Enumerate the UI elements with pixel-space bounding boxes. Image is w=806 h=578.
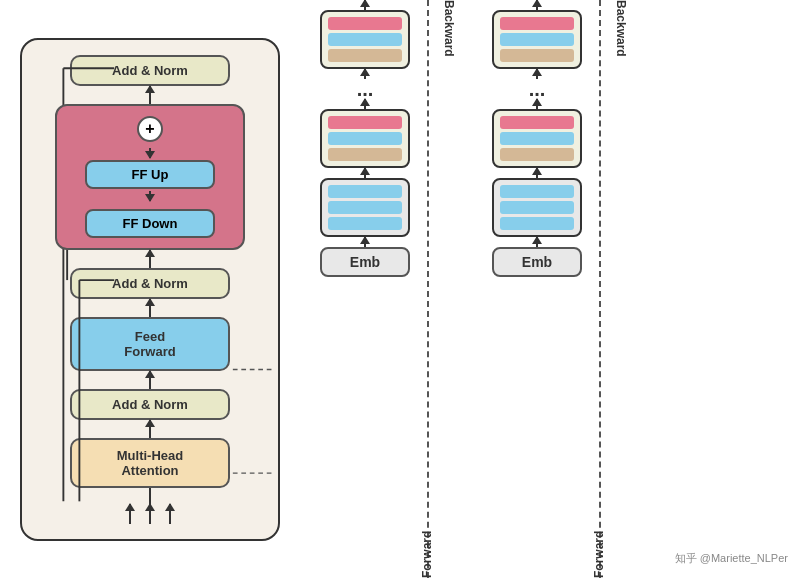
forward-label-1: Forward [420,0,434,578]
add-norm-top: Add & Norm [70,55,230,86]
layer-blue-2 [328,132,402,145]
layers-mid-1 [320,109,410,168]
layer-tan-4 [500,148,574,161]
layers-top-1 [320,10,410,69]
arrow-h5 [364,237,366,247]
arrow-3 [149,299,151,317]
layer-blue-7 [500,132,574,145]
multi-head-box: Multi-Head Attention [70,438,230,488]
backward-label-2: Backward [614,0,628,578]
emb-box-1: Emb [320,247,410,277]
layer-blue-6 [500,33,574,46]
arrow-ff-up [149,148,151,158]
layer-pink-1 [328,17,402,30]
arrow-ff-mid [149,191,151,201]
arrow-2 [149,250,151,268]
dots-1: ... [357,79,374,99]
transformer-block: Add & Norm + FF Up FF Down Add [20,38,280,541]
dots-2: ... [529,79,546,99]
arrow-h9 [536,168,538,178]
layer-blue-5 [328,217,402,230]
layer-tan-3 [500,49,574,62]
layer-pink-3 [500,17,574,30]
plus-circle: + [137,116,163,142]
diagram-stack-1: Head ... [320,0,410,578]
arrow-h4 [364,168,366,178]
layer-blue-9 [500,201,574,214]
add-norm-mid: Add & Norm [70,268,230,299]
arrow-6 [149,488,151,504]
layers-bot-2 [492,178,582,237]
arrow-5 [149,420,151,438]
arrow-h10 [536,237,538,247]
arrow-1 [149,86,151,104]
arrow-h3 [364,99,366,109]
layer-blue-10 [500,217,574,230]
arrow-h1 [364,0,366,10]
layer-blue-8 [500,185,574,198]
layer-pink-4 [500,116,574,129]
diagram-stack-2: Head ... [492,0,582,578]
layer-tan-2 [328,148,402,161]
input-arrow-2 [149,504,151,524]
layer-blue-4 [328,201,402,214]
arrow-4 [149,371,151,389]
input-arrow-1 [129,504,131,524]
forward-label-2: Forward [592,0,606,578]
arrow-h7 [536,69,538,79]
diagram-col-2: Head ... [492,0,634,578]
input-arrows [129,504,171,524]
layer-blue-3 [328,185,402,198]
right-diagrams: Head ... [320,0,634,578]
diagram-col-1: Head ... [320,0,462,578]
layers-top-2 [492,10,582,69]
feed-forward-box: Feed Forward [70,317,230,371]
arrow-h6 [536,0,538,10]
input-arrow-3 [169,504,171,524]
layer-tan-1 [328,49,402,62]
layer-blue-1 [328,33,402,46]
layers-mid-2 [492,109,582,168]
layer-pink-2 [328,116,402,129]
main-container: Add & Norm + FF Up FF Down Add [0,0,806,578]
emb-box-2: Emb [492,247,582,277]
backward-col-2: Backward [608,0,634,578]
ff-up-box: FF Up [85,160,215,189]
add-norm-bot: Add & Norm [70,389,230,420]
ff-section: + FF Up FF Down [55,104,245,250]
ff-down-box: FF Down [85,209,215,238]
backward-label-1: Backward [442,0,456,578]
layers-bot-1 [320,178,410,237]
backward-col-1: Backward [436,0,462,578]
arrow-h2 [364,69,366,79]
arrow-h8 [536,99,538,109]
watermark: 知乎 @Mariette_NLPer [675,551,788,566]
